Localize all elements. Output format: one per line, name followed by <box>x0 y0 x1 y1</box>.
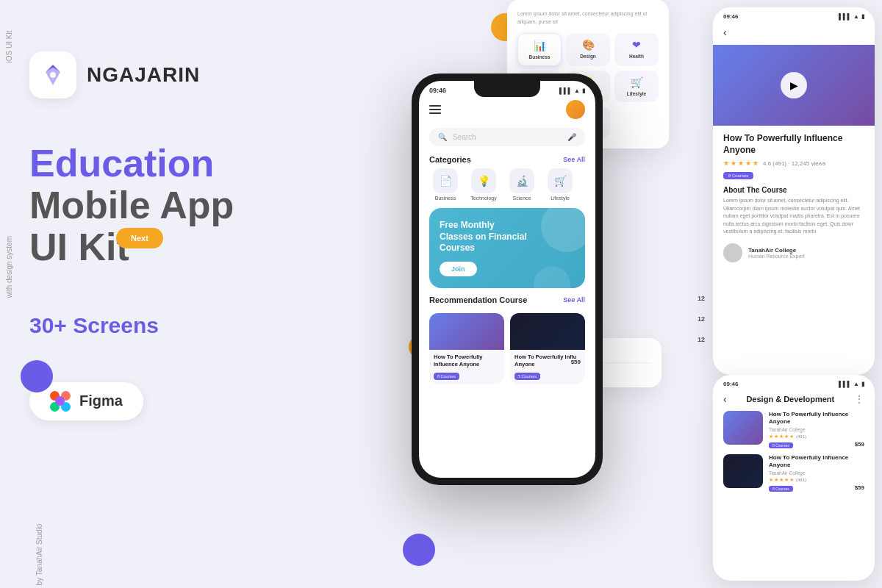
phone-search[interactable]: 🔍 Search 🎤 <box>429 128 585 146</box>
num-badge-2: 12 <box>693 311 709 327</box>
cl-s5: ★ <box>789 434 794 440</box>
svg-point-0 <box>50 72 56 78</box>
course-badge-2: 5 Courses <box>514 373 540 380</box>
course-detail-screen: 09:46 ▌▌▌ ▲ ▮ ‹ ▶ How To Powerfully Infl… <box>713 7 875 375</box>
cl-s1: ★ <box>769 434 773 440</box>
course-thumb-2 <box>510 313 585 350</box>
cd-about-text: Lorem ipsum dolor sit amet, consectetur … <box>723 197 864 236</box>
categories-see-all[interactable]: See All <box>563 156 585 163</box>
banner-deco1 <box>541 208 585 252</box>
cat-icon-science: 🔬 <box>509 168 534 193</box>
cl-price-1: $59 <box>855 441 864 448</box>
cat-label-science: Science <box>513 196 531 201</box>
design-icon: 🎨 <box>582 39 595 51</box>
course-card-info-1: How To Powerfully Influence Anyone 8 Cou… <box>429 350 504 385</box>
rec-title: Recommendation Course <box>429 295 527 304</box>
logo-area: NGAJARIN <box>29 51 279 98</box>
cd-instructor-role: Human Resource Expert <box>748 254 805 259</box>
cat-design-label: Design <box>580 54 596 59</box>
cl-s2-1: ★ <box>769 477 773 483</box>
banner-join-btn[interactable]: Join <box>440 262 477 276</box>
cat-design[interactable]: 🎨 Design <box>566 33 610 66</box>
ios-label: iOS UI Kit <box>5 31 13 63</box>
cl-rating-1: (491) <box>796 434 806 439</box>
cl-college-1: TanahAir College <box>769 427 864 432</box>
battery-icon: ▮ <box>582 87 585 94</box>
cd-instructor-name: TanahAir College <box>748 247 805 254</box>
cl-stars-1: ★ ★ ★ ★ ★ (491) <box>769 434 864 440</box>
headline-mobile-app: Mobile App <box>29 184 279 226</box>
banner-deco2 <box>534 266 570 288</box>
mic-icon: 🎤 <box>567 133 576 141</box>
figma-icon <box>50 391 71 412</box>
star-1: ★ <box>723 159 729 167</box>
cd-instructor-info: TanahAir College Human Resource Expert <box>748 247 805 259</box>
cl-s3: ★ <box>779 434 784 440</box>
cd-badge: 8 Courses <box>723 172 753 179</box>
user-avatar[interactable] <box>566 100 585 119</box>
next-button[interactable]: Next <box>116 228 163 248</box>
phone-shell: 09:46 ▌▌▌ ▲ ▮ 🔍 Search 🎤 <box>412 74 603 485</box>
cl-signal: ▌▌▌ <box>839 381 851 387</box>
headline: Education Mobile App UI Kit <box>29 143 279 269</box>
cat-business-label: Business <box>529 54 551 60</box>
cl-item-2[interactable]: How To Powerfully Influence Anyone Tanah… <box>723 454 864 492</box>
phone-nav <box>419 97 595 125</box>
cl-badge-2: 8 Courses <box>769 486 793 492</box>
cd-time: 09:46 <box>723 13 738 20</box>
cat-item-business[interactable]: 📄 Business <box>429 168 462 201</box>
cl-title-1: How To Powerfully Influence Anyone <box>769 411 864 426</box>
num-badge-3: 12 <box>693 331 709 348</box>
phone-banner: Free Monthly Classes on Financial Course… <box>429 208 585 288</box>
cat-item-science[interactable]: 🔬 Science <box>506 168 538 201</box>
cat-health[interactable]: ❤ Health <box>614 33 659 66</box>
cat-health-label: Health <box>629 54 644 59</box>
search-icon: 🔍 <box>438 133 447 141</box>
cd-status-bar: 09:46 ▌▌▌ ▲ ▮ <box>713 7 875 23</box>
cat-lifestyle-label: Lifestyle <box>627 91 646 96</box>
cd-back-button[interactable]: ‹ <box>723 26 727 38</box>
cat-item-lifestyle[interactable]: 🛒 Lifestyle <box>544 168 576 201</box>
course-card-2[interactable]: How To Powerfully Influ Anyone 5 Courses… <box>510 313 585 385</box>
phone-mockup: 09:46 ▌▌▌ ▲ ▮ 🔍 Search 🎤 <box>412 74 603 485</box>
screens-count: 30+ Screens <box>29 313 279 338</box>
cl-time: 09:46 <box>723 381 738 387</box>
cl-more-button[interactable]: ⋮ <box>854 393 864 405</box>
recommendation-section: Recommendation Course See All How To Pow… <box>419 295 595 385</box>
cat-label-technology: Technology <box>470 196 496 201</box>
cat-icon-lifestyle: 🛒 <box>548 168 573 193</box>
cl-s4: ★ <box>784 434 789 440</box>
cl-college-2: TanahAir College <box>769 470 864 476</box>
cd-wifi: ▲ <box>853 13 859 20</box>
star-half: ★ <box>753 159 759 167</box>
cat-business[interactable]: 📊 Business <box>517 33 562 66</box>
cl-nav: ‹ Design & Development ⋮ <box>713 390 875 411</box>
cl-battery: ▮ <box>861 381 864 387</box>
purple-dot-bottom <box>403 534 435 566</box>
cl-item-1[interactable]: How To Powerfully Influence Anyone Tanah… <box>723 411 864 448</box>
cl-nav-title: Design & Development <box>746 395 834 404</box>
design-system-label: with design system <box>5 236 13 298</box>
rec-see-all[interactable]: See All <box>563 296 585 304</box>
cl-price-2: $59 <box>855 484 864 491</box>
wifi-icon: ▲ <box>574 87 580 94</box>
status-time: 09:46 <box>429 87 446 94</box>
hamburger-icon[interactable] <box>429 105 441 114</box>
cl-s2-3: ★ <box>779 477 784 483</box>
cd-stars: ★ ★ ★ ★ ★ 4.6 (491) · 12,245 views <box>723 159 825 167</box>
cl-thumb-2 <box>723 454 763 488</box>
cat-lifestyle[interactable]: 🛒 Lifestyle <box>614 71 659 102</box>
categories-row: 📄 Business 💡 Technology 🔬 Science 🛒 Life… <box>419 168 595 208</box>
star-2: ★ <box>731 159 736 167</box>
svg-rect-5 <box>55 396 65 406</box>
rec-grid: How To Powerfully Influence Anyone 8 Cou… <box>429 313 585 385</box>
course-title-1: How To Powerfully Influence Anyone <box>434 354 500 368</box>
cl-back-button[interactable]: ‹ <box>723 393 727 405</box>
cl-badge-1: 8 Courses <box>769 442 793 448</box>
cd-play-button[interactable]: ▶ <box>781 72 807 98</box>
num-badge-1: 12 <box>693 290 709 306</box>
course-card-1[interactable]: How To Powerfully Influence Anyone 8 Cou… <box>429 313 504 385</box>
cd-about-title: About The Course <box>723 186 864 194</box>
cat-item-technology[interactable]: 💡 Technology <box>467 168 500 201</box>
categories-title: Categories <box>429 155 471 164</box>
